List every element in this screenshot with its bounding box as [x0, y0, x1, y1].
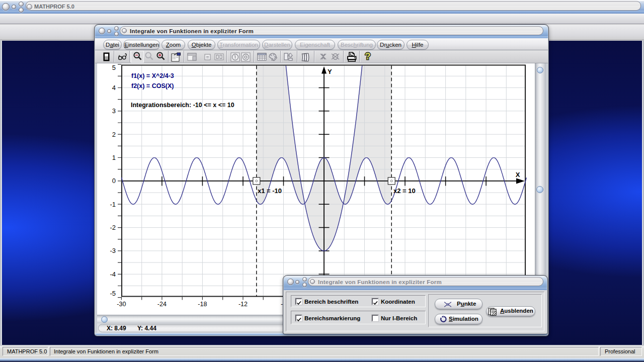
- svg-text:-3: -3: [110, 247, 116, 254]
- svg-text:-12: -12: [238, 301, 248, 308]
- svg-text:-4: -4: [110, 270, 116, 278]
- svg-text:?: ?: [365, 51, 371, 61]
- svg-text:1: 1: [112, 154, 116, 161]
- svg-text:Y: Y: [328, 68, 332, 75]
- svg-text:-1: -1: [110, 201, 116, 208]
- svg-text:0: 0: [112, 177, 116, 185]
- svg-text:Integrationsbereich: -10 <= x: Integrationsbereich: -10 <= x <= 10: [131, 102, 234, 109]
- svg-text:f1(x) = X^2/4-3: f1(x) = X^2/4-3: [131, 72, 174, 79]
- svg-text:-5: -5: [110, 290, 116, 297]
- svg-text:X: X: [516, 171, 520, 178]
- svg-text:x2 = 10: x2 = 10: [393, 187, 416, 195]
- svg-text:-18: -18: [198, 301, 207, 308]
- svg-text:5: 5: [112, 64, 116, 71]
- svg-text:-2: -2: [110, 224, 116, 231]
- svg-text:-24: -24: [157, 301, 167, 308]
- svg-text:3: 3: [112, 107, 116, 115]
- svg-text:4: 4: [112, 84, 116, 92]
- svg-text:x1 = -10: x1 = -10: [258, 187, 282, 195]
- svg-text:-30: -30: [117, 301, 126, 308]
- svg-text:2: 2: [112, 131, 116, 138]
- svg-text:f2(x) = COS(X): f2(x) = COS(X): [131, 82, 174, 89]
